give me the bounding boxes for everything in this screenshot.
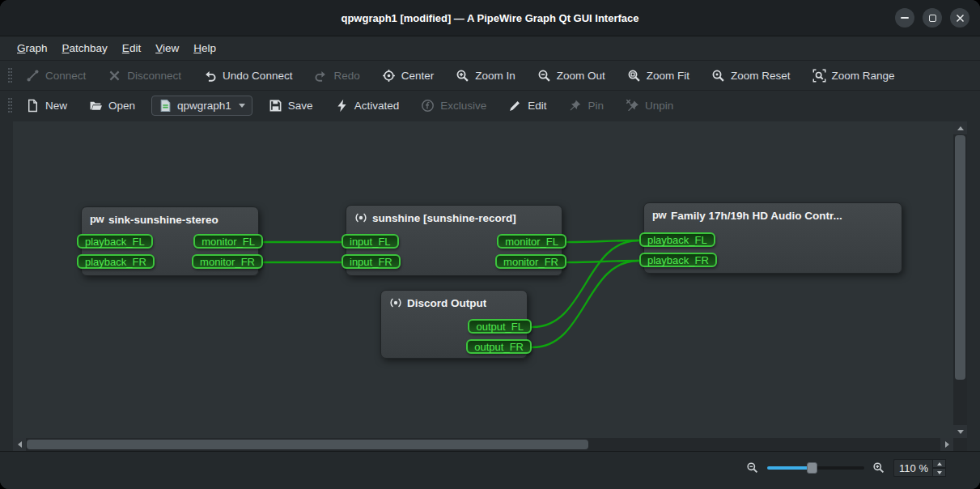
scroll-up-button[interactable] — [953, 121, 967, 134]
menu-view[interactable]: View — [148, 39, 186, 57]
undo-connect-button[interactable]: Undo Connect — [197, 66, 298, 86]
toolbar-main: Connect Disconnect Undo Connect Redo — [0, 60, 980, 90]
node-header: Discord Output — [381, 291, 527, 309]
pipewire-icon: pw — [652, 209, 666, 222]
connections-layer — [13, 121, 953, 438]
save-icon — [269, 99, 282, 113]
node-sink-sunshine-stereo[interactable]: pw sink-sunshine-stereo playback_FL play… — [81, 206, 259, 276]
zoom-out-icon — [537, 69, 551, 83]
zoom-in-label: Zoom In — [475, 70, 515, 82]
scroll-down-button[interactable] — [953, 425, 967, 438]
port-monitor-fl[interactable]: monitor_FL — [497, 234, 566, 249]
zoom-step-down-button[interactable] — [932, 468, 946, 477]
center-button[interactable]: Center — [376, 66, 440, 86]
disconnect-icon — [108, 69, 121, 83]
toolbar-drag-handle[interactable] — [8, 98, 12, 113]
unpin-button: Unpin — [620, 96, 679, 116]
activated-button[interactable]: Activated — [329, 96, 405, 116]
zoom-out-status-icon[interactable] — [746, 461, 759, 474]
pin-button: Pin — [562, 96, 609, 116]
port-playback-fr[interactable]: playback_FR — [77, 254, 155, 269]
spin-down-icon — [937, 471, 942, 474]
port-playback-fr[interactable]: playback_FR — [639, 253, 717, 267]
zoom-out-button[interactable]: Zoom Out — [532, 66, 611, 86]
port-input-fl[interactable]: input_FL — [342, 234, 399, 249]
zoom-spinbox[interactable] — [893, 459, 946, 477]
horizontal-scrollbar[interactable] — [13, 438, 953, 451]
node-title: sunshine [sunshine-record] — [372, 212, 516, 224]
app-window: qpwgraph1 [modified] — A PipeWire Graph … — [0, 0, 980, 489]
menu-edit[interactable]: Edit — [115, 39, 148, 57]
zoom-slider-handle[interactable] — [807, 462, 817, 474]
menu-patchbay[interactable]: Patchbay — [55, 39, 115, 57]
port-playback-fl[interactable]: playback_FL — [77, 234, 153, 249]
minimize-button[interactable] — [895, 8, 914, 28]
new-button[interactable]: New — [20, 96, 73, 116]
node-discord-output[interactable]: Discord Output output_FL output_FR — [380, 290, 528, 359]
port-output-fl[interactable]: output_FL — [468, 319, 532, 334]
graph-canvas[interactable]: pw sink-sunshine-stereo playback_FL play… — [13, 121, 967, 451]
exclusive-label: Exclusive — [440, 100, 486, 112]
canvas-viewport[interactable]: pw sink-sunshine-stereo playback_FL play… — [13, 121, 953, 438]
close-button[interactable] — [950, 8, 969, 28]
maximize-icon — [929, 15, 936, 22]
edit-label: Edit — [528, 100, 546, 112]
menubar: Graph Patchbay Edit View Help — [0, 36, 980, 60]
node-family-audio-controller[interactable]: pw Family 17h/19h HD Audio Contr... play… — [643, 202, 902, 274]
node-sunshine[interactable]: sunshine [sunshine-record] input_FL inpu… — [346, 205, 562, 276]
zoom-fit-icon — [627, 69, 641, 83]
zoom-in-status-icon[interactable] — [872, 461, 885, 474]
port-output-fr[interactable]: output_FR — [466, 339, 532, 354]
port-monitor-fl[interactable]: monitor_FL — [193, 234, 263, 249]
save-button[interactable]: Save — [263, 96, 319, 116]
zoom-reset-label: Zoom Reset — [731, 70, 791, 82]
arrow-down-icon — [957, 430, 964, 434]
open-button[interactable]: Open — [83, 96, 141, 116]
scroll-right-button[interactable] — [940, 438, 953, 451]
zoom-fit-button[interactable]: Zoom Fit — [622, 66, 695, 86]
port-monitor-fr[interactable]: monitor_FR — [495, 254, 566, 269]
window-title: qpwgraph1 [modified] — A PipeWire Graph … — [341, 12, 638, 24]
zoom-slider-filled-track — [767, 466, 812, 470]
zoom-reset-button[interactable]: Zoom Reset — [706, 66, 796, 86]
port-playback-fl[interactable]: playback_FL — [639, 232, 715, 247]
zoom-in-button[interactable]: Zoom In — [450, 66, 521, 86]
record-icon — [389, 296, 402, 309]
patchbay-select[interactable]: qpwgraph1 — [151, 96, 252, 116]
zoom-slider[interactable] — [767, 459, 864, 477]
titlebar[interactable]: qpwgraph1 [modified] — A PipeWire Graph … — [0, 0, 980, 36]
chevron-down-icon — [239, 104, 245, 108]
scroll-left-button[interactable] — [13, 438, 26, 451]
zoom-value-field[interactable] — [893, 459, 932, 477]
zoom-reset-icon — [711, 69, 725, 83]
menu-help[interactable]: Help — [186, 39, 223, 57]
redo-button: Redo — [308, 66, 365, 86]
port-monitor-fr[interactable]: monitor_FR — [192, 254, 263, 269]
vertical-scrollbar[interactable] — [953, 121, 967, 438]
zoom-step-up-button[interactable] — [932, 459, 946, 468]
connect-icon — [26, 69, 40, 83]
node-header: sunshine [sunshine-record] — [346, 206, 562, 224]
zoom-out-label: Zoom Out — [557, 70, 605, 82]
minimize-icon — [901, 17, 909, 19]
zoom-range-button[interactable]: Zoom Range — [807, 66, 901, 86]
vertical-scroll-thumb[interactable] — [955, 135, 965, 380]
toolbar-patchbay: New Open qpwgraph1 Save — [0, 90, 980, 120]
edit-icon — [508, 99, 522, 113]
node-title: Discord Output — [407, 297, 486, 309]
redo-label: Redo — [333, 70, 359, 82]
menu-graph[interactable]: Graph — [10, 39, 55, 57]
maximize-button[interactable] — [923, 8, 942, 28]
activated-label: Activated — [354, 100, 400, 112]
open-label: Open — [108, 100, 135, 112]
activated-icon — [335, 99, 349, 113]
toolbar-drag-handle[interactable] — [8, 68, 12, 83]
port-input-fr[interactable]: input_FR — [342, 254, 401, 269]
edit-button[interactable]: Edit — [503, 96, 552, 116]
node-header: pw Family 17h/19h HD Audio Contr... — [644, 203, 902, 222]
unpin-icon — [626, 99, 639, 113]
redo-icon — [314, 69, 328, 83]
horizontal-scroll-thumb[interactable] — [27, 440, 588, 449]
patchbay-file-icon — [159, 99, 172, 113]
undo-icon — [203, 69, 217, 83]
